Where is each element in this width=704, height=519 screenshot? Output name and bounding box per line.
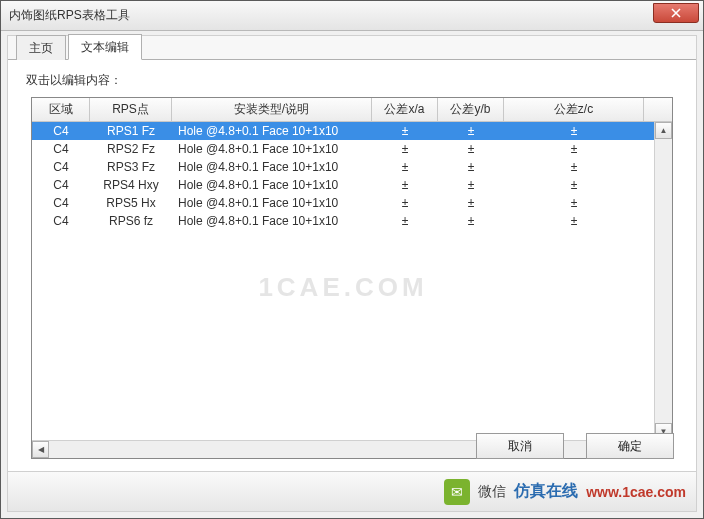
table-cell: C4 [32, 196, 90, 210]
table-cell: ± [372, 142, 438, 156]
client-area: 主页 文本编辑 双击以编辑内容： 区域 RPS点 安装类型/说明 公差x/a 公… [7, 35, 697, 512]
tab-text-edit[interactable]: 文本编辑 [68, 34, 142, 60]
close-icon [671, 8, 681, 18]
table-cell: ± [372, 214, 438, 228]
col-tolx[interactable]: 公差x/a [372, 98, 438, 121]
table-row[interactable]: C4RPS1 FzHole @4.8+0.1 Face 10+1x10±±± [32, 122, 654, 140]
tab-content: 双击以编辑内容： 区域 RPS点 安装类型/说明 公差x/a 公差y/b 公差z… [8, 60, 696, 467]
vscroll-track[interactable] [655, 139, 672, 423]
table-row[interactable]: C4RPS2 FzHole @4.8+0.1 Face 10+1x10±±± [32, 140, 654, 158]
data-table: 区域 RPS点 安装类型/说明 公差x/a 公差y/b 公差z/c 1CAE.C… [31, 97, 673, 459]
col-desc[interactable]: 安装类型/说明 [172, 98, 372, 121]
table-cell: ± [438, 196, 504, 210]
table-cell: RPS3 Fz [90, 160, 172, 174]
col-region[interactable]: 区域 [32, 98, 90, 121]
footer: ✉ 微信 仿真在线 www.1cae.com [8, 471, 696, 511]
cancel-button[interactable]: 取消 [476, 433, 564, 459]
table-cell: ± [438, 160, 504, 174]
wechat-icon: ✉ [444, 479, 470, 505]
table-cell: Hole @4.8+0.1 Face 10+1x10 [172, 160, 372, 174]
table-cell: RPS4 Hxy [90, 178, 172, 192]
table-cell: ± [438, 178, 504, 192]
table-cell: RPS6 fz [90, 214, 172, 228]
window-title: 内饰图纸RPS表格工具 [9, 7, 130, 24]
col-tolz[interactable]: 公差z/c [504, 98, 644, 121]
dialog-buttons: 取消 确定 [476, 433, 674, 459]
close-button[interactable] [653, 3, 699, 23]
tab-home[interactable]: 主页 [16, 35, 66, 60]
table-cell: ± [372, 160, 438, 174]
scroll-up-arrow-icon[interactable]: ▲ [655, 122, 672, 139]
table-cell: ± [504, 214, 644, 228]
table-cell: Hole @4.8+0.1 Face 10+1x10 [172, 178, 372, 192]
header-scroll-spacer [644, 98, 662, 121]
table-cell: ± [372, 178, 438, 192]
table-row[interactable]: C4RPS5 HxHole @4.8+0.1 Face 10+1x10±±± [32, 194, 654, 212]
table-cell: Hole @4.8+0.1 Face 10+1x10 [172, 124, 372, 138]
vertical-scrollbar[interactable]: ▲ ▼ [654, 122, 672, 440]
table-cell: ± [372, 124, 438, 138]
table-cell: C4 [32, 124, 90, 138]
table-cell: ± [438, 124, 504, 138]
table-header: 区域 RPS点 安装类型/说明 公差x/a 公差y/b 公差z/c [32, 98, 672, 122]
table-cell: ± [504, 178, 644, 192]
table-row[interactable]: C4RPS4 HxyHole @4.8+0.1 Face 10+1x10±±± [32, 176, 654, 194]
table-cell: RPS2 Fz [90, 142, 172, 156]
table-cell: C4 [32, 214, 90, 228]
table-cell: ± [504, 160, 644, 174]
table-cell: C4 [32, 142, 90, 156]
table-body[interactable]: 1CAE.COM C4RPS1 FzHole @4.8+0.1 Face 10+… [32, 122, 654, 440]
table-cell: C4 [32, 160, 90, 174]
table-cell: Hole @4.8+0.1 Face 10+1x10 [172, 196, 372, 210]
table-cell: Hole @4.8+0.1 Face 10+1x10 [172, 142, 372, 156]
table-cell: RPS1 Fz [90, 124, 172, 138]
table-body-wrap: 1CAE.COM C4RPS1 FzHole @4.8+0.1 Face 10+… [32, 122, 672, 440]
watermark: 1CAE.COM [32, 272, 654, 303]
app-window: 内饰图纸RPS表格工具 主页 文本编辑 双击以编辑内容： 区域 RPS点 安装类… [0, 0, 704, 519]
tab-strip: 主页 文本编辑 [8, 36, 696, 60]
table-cell: ± [438, 214, 504, 228]
footer-brand: 仿真在线 [514, 481, 578, 502]
table-cell: C4 [32, 178, 90, 192]
footer-wx-label: 微信 [478, 483, 506, 501]
footer-url: www.1cae.com [586, 484, 686, 500]
titlebar: 内饰图纸RPS表格工具 [1, 1, 703, 31]
scroll-left-arrow-icon[interactable]: ◀ [32, 441, 49, 458]
table-cell: RPS5 Hx [90, 196, 172, 210]
table-cell: Hole @4.8+0.1 Face 10+1x10 [172, 214, 372, 228]
table-cell: ± [438, 142, 504, 156]
table-cell: ± [372, 196, 438, 210]
table-cell: ± [504, 142, 644, 156]
ok-button[interactable]: 确定 [586, 433, 674, 459]
instruction-label: 双击以编辑内容： [26, 72, 678, 89]
table-row[interactable]: C4RPS6 fzHole @4.8+0.1 Face 10+1x10±±± [32, 212, 654, 230]
table-row[interactable]: C4RPS3 FzHole @4.8+0.1 Face 10+1x10±±± [32, 158, 654, 176]
table-cell: ± [504, 124, 644, 138]
col-toly[interactable]: 公差y/b [438, 98, 504, 121]
table-cell: ± [504, 196, 644, 210]
col-rps[interactable]: RPS点 [90, 98, 172, 121]
